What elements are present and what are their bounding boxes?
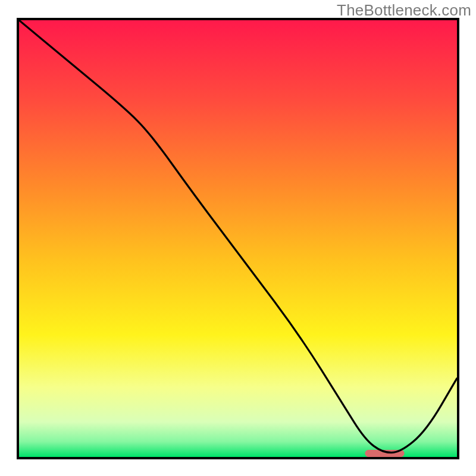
chart-container: TheBottleneck.com: [0, 0, 476, 476]
gradient-background: [19, 20, 457, 457]
watermark-label: TheBottleneck.com: [337, 1, 471, 20]
plot-svg: [19, 20, 457, 457]
plot-frame: [17, 18, 459, 459]
